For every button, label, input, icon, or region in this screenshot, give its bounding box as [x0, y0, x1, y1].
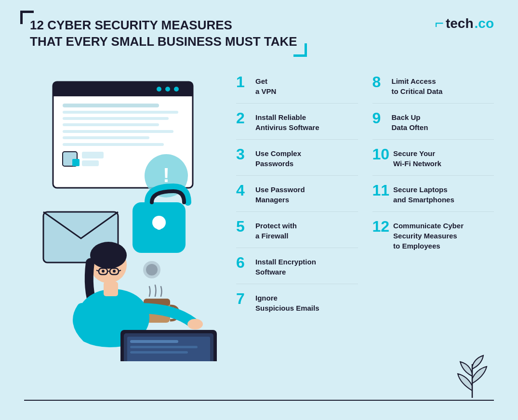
logo-text: tech	[446, 16, 474, 31]
svg-rect-16	[72, 159, 80, 166]
measure-item: 3Use ComplexPasswords	[236, 140, 358, 176]
measure-text: Install EncryptionSoftware	[255, 255, 316, 277]
measure-text: Secure YourWi-Fi Network	[393, 146, 441, 169]
svg-rect-9	[63, 123, 159, 126]
measure-text: Use ComplexPasswords	[255, 146, 301, 169]
svg-rect-7	[63, 111, 178, 114]
svg-point-35	[113, 270, 116, 273]
measure-item: 11Secure Laptopsand Smartphones	[372, 176, 494, 212]
measure-number: 6	[236, 255, 252, 270]
title-line1: 12 CYBER SECURITY MEASURES	[30, 18, 232, 32]
title-block: 12 CYBER SECURITY MEASURES THAT EVERY SM…	[24, 14, 303, 53]
svg-text:!: !	[163, 164, 170, 186]
svg-rect-37	[104, 282, 118, 296]
measure-number: 12	[372, 219, 390, 234]
svg-rect-10	[63, 130, 173, 133]
svg-point-39	[187, 319, 203, 329]
title-bracket-bottom	[293, 43, 307, 57]
svg-point-3	[157, 87, 161, 92]
measure-text: Protect witha Firewall	[255, 219, 297, 241]
measure-number: 9	[372, 110, 388, 126]
measure-item: 8Limit Accessto Critical Data	[372, 67, 494, 104]
measure-number: 10	[372, 146, 390, 162]
measure-item: 5Protect witha Firewall	[236, 212, 358, 248]
svg-point-28	[90, 242, 127, 269]
title-bracket-top	[20, 11, 34, 24]
svg-rect-2	[53, 89, 193, 96]
svg-rect-14	[82, 152, 104, 158]
measure-text: Limit Accessto Critical Data	[392, 74, 443, 96]
plant-decoration	[451, 350, 494, 400]
measure-text: Secure Laptopsand Smartphones	[393, 183, 454, 205]
main-title: 12 CYBER SECURITY MEASURES THAT EVERY SM…	[24, 14, 303, 53]
content-area: !	[0, 58, 518, 361]
svg-rect-44	[130, 346, 198, 348]
svg-rect-6	[63, 104, 159, 107]
measure-number: 4	[236, 183, 252, 198]
svg-point-34	[102, 270, 105, 273]
svg-point-24	[146, 264, 158, 276]
measure-item: 4Use PasswordManagers	[236, 176, 358, 212]
svg-rect-43	[130, 340, 178, 343]
title-line2: THAT EVERY SMALL BUSINESS MUST TAKE	[30, 34, 297, 49]
logo-dot: .co	[475, 16, 494, 31]
measures-right-column: 8Limit Accessto Critical Data9Back UpDat…	[372, 67, 494, 361]
header: 12 CYBER SECURITY MEASURES THAT EVERY SM…	[0, 0, 518, 58]
illustration: !	[24, 63, 226, 361]
svg-rect-45	[130, 351, 188, 354]
svg-rect-8	[63, 117, 169, 120]
measure-number: 2	[236, 110, 252, 126]
measure-number: 1	[236, 74, 252, 90]
svg-point-4	[165, 87, 170, 92]
measure-number: 11	[372, 183, 390, 198]
measure-text: Geta VPN	[255, 74, 276, 96]
measure-item: 10Secure YourWi-Fi Network	[372, 140, 494, 176]
measure-number: 7	[236, 291, 252, 306]
measure-item: 7IgnoreSuspicious Emails	[236, 284, 358, 320]
measure-text: Install ReliableAntivirus Software	[255, 110, 319, 132]
measure-number: 8	[372, 74, 388, 90]
measure-text: IgnoreSuspicious Emails	[255, 291, 319, 313]
measure-item: 1Geta VPN	[236, 67, 358, 104]
measure-text: Back UpData Often	[392, 110, 428, 132]
measure-text: Communicate CyberSecurity Measuresto Emp…	[393, 219, 464, 251]
bottom-divider	[24, 400, 494, 401]
measure-item: 6Install EncryptionSoftware	[236, 248, 358, 284]
measure-text: Use PasswordManagers	[255, 183, 305, 205]
measure-item: 9Back UpData Often	[372, 104, 494, 140]
svg-point-5	[174, 87, 179, 92]
logo: ⌐ tech .co	[435, 14, 494, 32]
measure-item: 12Communicate CyberSecurity Measuresto E…	[372, 212, 494, 258]
svg-rect-11	[63, 136, 149, 139]
measure-item: 2Install ReliableAntivirus Software	[236, 104, 358, 140]
measures-left-column: 1Geta VPN2Install ReliableAntivirus Soft…	[236, 67, 358, 361]
measure-number: 3	[236, 146, 252, 162]
measure-number: 5	[236, 219, 252, 234]
logo-bracket-icon: ⌐	[435, 14, 444, 32]
svg-rect-15	[82, 160, 99, 166]
svg-rect-21	[157, 223, 161, 230]
svg-rect-12	[63, 143, 164, 146]
measures-list: 1Geta VPN2Install ReliableAntivirus Soft…	[236, 63, 494, 361]
